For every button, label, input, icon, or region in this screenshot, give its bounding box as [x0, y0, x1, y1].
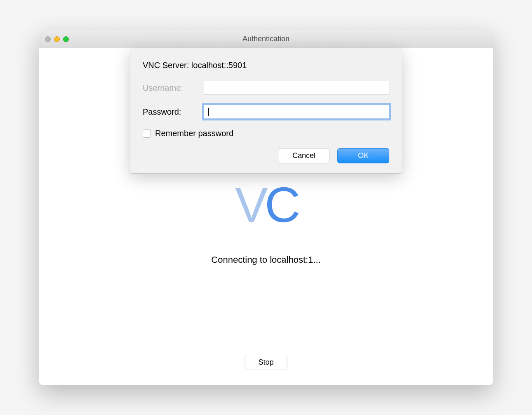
logo-v-letter: V — [235, 177, 265, 232]
zoom-icon[interactable] — [63, 36, 69, 42]
auth-dialog: VNC Server: localhost::5901 Username: Pa… — [130, 48, 402, 174]
password-label: Password: — [143, 107, 196, 117]
username-label: Username: — [143, 83, 196, 93]
remember-checkbox[interactable] — [143, 130, 151, 138]
close-icon[interactable] — [45, 36, 51, 42]
remember-password-row[interactable]: Remember password — [143, 129, 389, 138]
app-window: Authentication VC Connecting to localhos… — [39, 30, 493, 385]
username-field[interactable] — [204, 81, 389, 95]
vnc-logo: VC — [235, 176, 297, 233]
password-field[interactable] — [204, 105, 389, 119]
cancel-button[interactable]: Cancel — [278, 148, 330, 163]
server-info: VNC Server: localhost::5901 — [143, 61, 389, 70]
text-cursor-icon — [208, 108, 209, 116]
server-label: VNC Server: — [143, 61, 189, 70]
window-body: VC Connecting to localhost:1... Stop VNC… — [39, 48, 493, 385]
stop-button[interactable]: Stop — [245, 355, 287, 370]
ok-button[interactable]: OK — [337, 148, 389, 163]
ok-button-label: OK — [358, 151, 369, 160]
server-value: localhost::5901 — [191, 61, 247, 70]
titlebar: Authentication — [39, 30, 493, 48]
connection-status: Connecting to localhost:1... — [211, 255, 320, 265]
cancel-button-label: Cancel — [292, 151, 315, 160]
dialog-buttons: Cancel OK — [143, 148, 389, 163]
logo-c-letter: C — [265, 177, 297, 232]
stop-button-label: Stop — [258, 358, 273, 366]
remember-label: Remember password — [155, 129, 233, 138]
window-title: Authentication — [242, 35, 290, 43]
minimize-icon[interactable] — [54, 36, 60, 42]
traffic-lights — [39, 36, 69, 42]
